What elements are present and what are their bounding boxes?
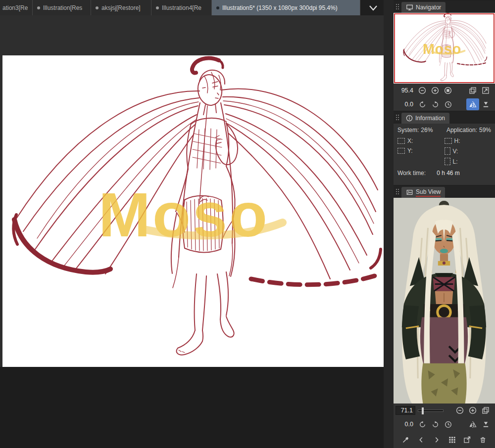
zoom-out-button[interactable]: [416, 85, 429, 96]
subview-rotate-ccw-button[interactable]: [416, 418, 429, 430]
work-time-label: Work time:: [397, 170, 426, 177]
subview-rotation-value[interactable]: 0.0: [396, 421, 413, 428]
field-l: L:: [445, 158, 492, 165]
subview-reset-rotation-button[interactable]: [442, 418, 454, 430]
navigator-rotation-value[interactable]: 0.0: [396, 101, 413, 108]
tab-label: aksjsj[Restore]: [101, 4, 141, 11]
rotate-cw-icon: [432, 421, 439, 428]
next-image-button[interactable]: [430, 434, 443, 446]
zoom-out-icon: [456, 406, 464, 414]
subview-zoom-slider[interactable]: [418, 409, 444, 412]
tab-document-3[interactable]: aksjsj[Restore]: [91, 0, 151, 15]
field-v: V:: [445, 147, 492, 155]
panel-drag-handle[interactable]: [394, 111, 401, 124]
subview-zoom-row: 71.1: [394, 403, 495, 417]
flip-horizontal-icon: [468, 421, 477, 428]
reset-rotation-button[interactable]: [442, 98, 454, 110]
l-label: L:: [453, 158, 458, 165]
panel-drag-handle[interactable]: [394, 0, 401, 13]
information-tab-label: Information: [415, 115, 445, 122]
selection-l-icon: [445, 158, 450, 165]
eyedropper-icon: [402, 436, 410, 444]
information-panel: Information System: 26% Application: 59%…: [394, 111, 495, 185]
chevron-down-icon: [368, 4, 379, 12]
eyedropper-button[interactable]: [399, 434, 412, 446]
subview-reference-image[interactable]: [394, 198, 495, 403]
subview-panel-header: Sub View: [394, 185, 495, 198]
navigator-preview[interactable]: [394, 13, 495, 84]
system-value: 26%: [421, 127, 433, 134]
navigator-zoom-value[interactable]: 95.4: [396, 87, 413, 94]
canvas-backdrop: [0, 367, 384, 448]
drag-dots-icon: [396, 114, 399, 121]
subview-zoom-value[interactable]: 71.1: [396, 406, 415, 415]
clip-studio-window: ation3[Re Illustration[Res aksjsj[Restor…: [0, 0, 495, 448]
copy-view-icon: [469, 87, 477, 94]
system-label: System:: [397, 127, 419, 134]
image-list-button[interactable]: [446, 434, 458, 446]
selection-v-icon: [445, 147, 450, 155]
slider-handle[interactable]: [422, 407, 424, 414]
drag-dots-icon: [396, 3, 399, 10]
trash-icon: [479, 436, 487, 444]
fit-window-button[interactable]: [479, 85, 492, 96]
modified-dot-icon: [156, 6, 159, 9]
reset-bottom-icon: [482, 101, 490, 108]
zoom-out-icon: [418, 87, 426, 94]
y-label: Y:: [407, 147, 413, 154]
tab-overflow-chevron[interactable]: [363, 0, 384, 15]
tab-document-2[interactable]: Illustration[Res: [33, 0, 91, 15]
information-panel-header: Information: [394, 111, 495, 124]
rotate-cw-button[interactable]: [429, 98, 442, 110]
information-tab[interactable]: Information: [401, 113, 449, 124]
info-icon: [406, 115, 413, 122]
zoom-reset-button[interactable]: [442, 85, 454, 96]
application-value: 59%: [479, 127, 491, 134]
navigator-panel-header: Navigator: [394, 0, 495, 13]
right-panel-dock: Navigator 95.4: [394, 0, 495, 448]
tab-label: Illustration5* (1350 x 1080px 300dpi 95.…: [222, 4, 338, 11]
navigator-thumbnail: [394, 13, 495, 84]
work-time-value: 0 h 46 m: [437, 170, 460, 177]
field-y: Y:: [397, 147, 445, 154]
subview-tab[interactable]: Sub View: [401, 187, 445, 198]
navigator-tab[interactable]: Navigator: [401, 2, 446, 13]
subview-zoom-out-button[interactable]: [453, 404, 466, 416]
zoom-fit-icon: [444, 87, 452, 94]
canvas-area[interactable]: [0, 15, 384, 448]
rotate-ccw-button[interactable]: [416, 98, 429, 110]
reset-view-button[interactable]: [479, 98, 492, 110]
field-h: H:: [445, 137, 492, 144]
subview-rotation-row: 0.0: [394, 417, 495, 431]
zoom-in-button[interactable]: [429, 85, 442, 96]
selection-h-icon: [445, 138, 452, 144]
document-canvas[interactable]: [2, 55, 384, 367]
document-tabbar: ation3[Re Illustration[Res aksjsj[Restor…: [0, 0, 384, 15]
tab-document-5-active[interactable]: Illustration5* (1350 x 1080px 300dpi 95.…: [212, 0, 360, 15]
chevron-left-icon: [418, 436, 425, 444]
tab-document-1[interactable]: ation3[Re: [0, 0, 33, 15]
subview-reset-view-button[interactable]: [479, 418, 492, 430]
modified-dot-icon: [216, 6, 219, 9]
panel-drag-handle[interactable]: [394, 185, 401, 198]
send-to-canvas-icon: [463, 436, 471, 444]
subview-flip-horizontal-button[interactable]: [466, 418, 479, 430]
zoom-in-icon: [469, 406, 477, 414]
send-to-canvas-button[interactable]: [461, 434, 474, 446]
image-icon: [406, 189, 413, 196]
tab-document-4[interactable]: Illustration4[Re: [151, 0, 212, 15]
monitor-icon: [406, 4, 413, 11]
previous-image-button[interactable]: [415, 434, 428, 446]
selection-y-icon: [397, 148, 405, 154]
clear-subview-button[interactable]: [476, 434, 489, 446]
flip-horizontal-button[interactable]: [466, 98, 479, 110]
rotate-cw-icon: [432, 101, 439, 108]
copy-view-button[interactable]: [466, 85, 479, 96]
navigator-rotation-row: 0.0: [394, 97, 495, 111]
subview-zoom-in-button[interactable]: [466, 404, 479, 416]
navigator-zoom-row: 95.4: [394, 84, 495, 97]
reset-clock-icon: [445, 101, 452, 108]
subview-copy-view-button[interactable]: [479, 404, 492, 416]
zoom-in-icon: [431, 87, 439, 94]
subview-rotate-cw-button[interactable]: [429, 418, 442, 430]
